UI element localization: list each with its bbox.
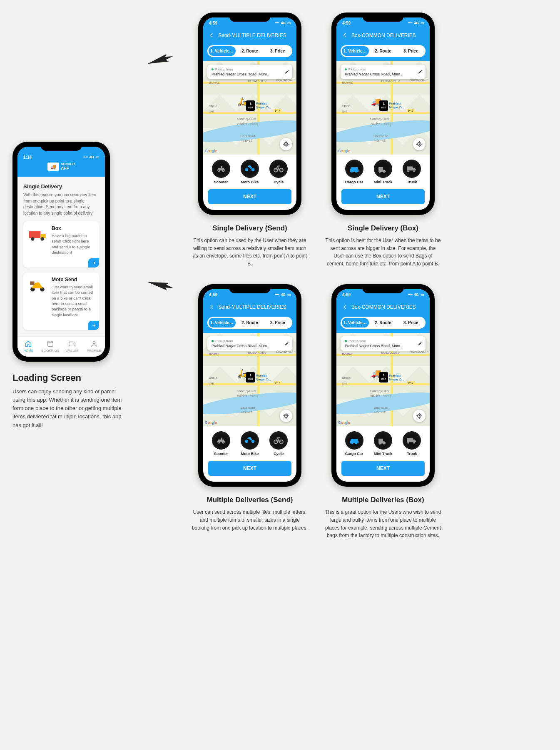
- vehicle-motobike[interactable]: Moto Bike: [241, 431, 259, 456]
- back-icon[interactable]: [341, 32, 347, 39]
- tab-price[interactable]: 3. Price: [264, 46, 291, 56]
- loading-content[interactable]: Single Delivery With this feature you ca…: [17, 177, 105, 336]
- section-title-single: Single Delivery: [23, 183, 99, 190]
- tab-price[interactable]: 3. Price: [397, 46, 424, 56]
- vehicle-truck[interactable]: Truck: [403, 431, 421, 456]
- caption-multi-send: Multiple Deliveries (Send) User can send…: [192, 496, 308, 532]
- map-label-sarkhej-g: સરખેજ -ઓકફ: [237, 122, 259, 126]
- card-moto-go[interactable]: [88, 321, 99, 330]
- home-indicator: [45, 358, 78, 360]
- section-desc-single: With this feature you can send any item …: [23, 192, 99, 216]
- edit-icon[interactable]: [285, 341, 289, 346]
- card-moto-title: Moto Send: [52, 277, 94, 282]
- back-icon[interactable]: [208, 304, 214, 311]
- caption-single-send: Single Delivery (Send) This option can b…: [192, 224, 308, 268]
- nav-profile[interactable]: PROFILE: [83, 337, 105, 357]
- card-moto[interactable]: Moto Send Just want to send small item t…: [23, 272, 99, 330]
- phone-multi-box: 4:59 ••••4G▭ Box-COMMON DELIVERIES 1. Ve…: [331, 284, 435, 487]
- vehicle-cargocar[interactable]: Cargo Car: [345, 160, 363, 184]
- caption-multi-box: Multiple Deliveries (Box) This is a grea…: [325, 496, 441, 539]
- nav-bookings[interactable]: BOOKINGS: [40, 337, 62, 357]
- map-pin[interactable]: 1min Prahlad Nagar Cr..: [246, 372, 274, 382]
- map[interactable]: BOPAL BODAKDEV NAVRANGP Shela ઘુમા Sarkh…: [203, 333, 296, 426]
- status-time: 1:14: [23, 155, 32, 160]
- next-button[interactable]: NEXT: [341, 189, 425, 204]
- vehicle-cycle[interactable]: Cycle: [269, 431, 288, 456]
- map-pin[interactable]: 1min Prahlad Nagar Cr..: [379, 372, 407, 382]
- edit-icon[interactable]: [418, 70, 422, 75]
- pickup-card[interactable]: Pickup from Prahlad Nagar Cross Road, Mu…: [341, 336, 426, 351]
- app-bar-title: Send-MULTIPLE DELIVERIES: [218, 32, 286, 38]
- card-box[interactable]: Box Have a big parcel to send! Click rig…: [23, 221, 99, 268]
- card-box-title: Box: [52, 225, 94, 231]
- edit-icon[interactable]: [418, 341, 422, 346]
- tab-price[interactable]: 3. Price: [397, 318, 424, 328]
- app-bar: Send-MULTIPLE DELIVERIES: [203, 28, 296, 42]
- vehicle-scooter[interactable]: Scooter: [212, 431, 230, 456]
- tab-route[interactable]: 2. Route: [370, 46, 397, 56]
- phone-single-send: 4:59 ••••4G▭ Send-MULTIPLE DELIVERIES 1.…: [198, 12, 301, 215]
- pickup-card[interactable]: Pickup from Prahlad Nagar Cross Road, Mu…: [207, 336, 292, 351]
- map-pin[interactable]: 1min Prahlad Nagar Cr..: [246, 100, 274, 110]
- locate-button[interactable]: [413, 138, 426, 150]
- tab-vehicle[interactable]: 1. Vehicle Ty..: [342, 318, 369, 328]
- vehicle-minitruck[interactable]: Mini Truck: [374, 160, 393, 184]
- back-icon[interactable]: [341, 304, 347, 311]
- locate-button[interactable]: [280, 410, 292, 422]
- nav-wallet[interactable]: WALLET: [61, 337, 83, 357]
- locate-button[interactable]: [413, 410, 426, 422]
- map-label-badrabad-g: બદરાબાદ: [241, 139, 252, 143]
- tab-price[interactable]: 3. Price: [264, 318, 291, 328]
- status-signal: 4G: [89, 155, 94, 159]
- map-label-badrabad: Badrabad: [241, 134, 255, 138]
- vehicle-motobike[interactable]: Moto Bike: [241, 160, 259, 184]
- map-label-bodakdev: BODAKDEV: [248, 79, 266, 83]
- vehicle-row: Scooter Moto Bike Cycle: [203, 155, 296, 187]
- map[interactable]: BOPAL BODAKDEV NAVRANGP Shela ઘુમા Sarkh…: [203, 61, 296, 155]
- app-bar-title: Box-COMMON DELIVERIES: [351, 32, 416, 38]
- vehicle-cargocar[interactable]: Cargo Car: [345, 431, 363, 456]
- arrow-icon: [144, 50, 176, 70]
- vehicle-scooter[interactable]: Scooter: [212, 160, 230, 184]
- app-bar-title: Send-MULTIPLE DELIVERIES: [218, 304, 286, 310]
- map-pin[interactable]: 1min Prahlad Nagar Cr..: [379, 100, 407, 110]
- pickup-card[interactable]: Pickup from Prahlad Nagar Cross Road, Mu…: [341, 65, 426, 79]
- tab-vehicle[interactable]: 1. Vehicle Ty..: [209, 46, 236, 56]
- map-label-sarkhej: Sarkhej-Okaf: [237, 117, 256, 121]
- tab-route[interactable]: 2. Route: [370, 318, 397, 328]
- app-bar-title: Box-COMMON DELIVERIES: [351, 304, 416, 310]
- step-tabs: 1. Vehicle Ty.. 2. Route 3. Price: [207, 45, 292, 57]
- vehicle-minitruck[interactable]: Mini Truck: [374, 431, 393, 456]
- back-icon[interactable]: [208, 32, 214, 39]
- map-label-shela: Shela: [209, 104, 217, 108]
- tab-vehicle[interactable]: 1. Vehicle Ty..: [209, 318, 236, 328]
- map-label-bopal: BOPAL: [209, 81, 219, 85]
- pickup-card[interactable]: Pickup from Prahlad Nagar Cross Road, Mu…: [207, 65, 292, 79]
- map[interactable]: BOPAL BODAKDEV NAVRANGP Shela ઘુમા Sarkh…: [336, 61, 430, 155]
- tab-route[interactable]: 2. Route: [236, 318, 264, 328]
- phone-single-box: 4:59 ••••4G▭ Box-COMMON DELIVERIES 1. Ve…: [331, 12, 435, 215]
- edit-icon[interactable]: [285, 70, 289, 75]
- brand-icon: 🚚: [47, 162, 59, 171]
- next-button[interactable]: NEXT: [341, 461, 425, 476]
- vehicle-truck[interactable]: Truck: [403, 160, 421, 184]
- arrow-icon: [144, 275, 176, 295]
- caption-loading: Loading Screen Users can enjoy sending a…: [12, 372, 129, 430]
- card-box-desc: Have a big parcel to send! Click right h…: [52, 233, 94, 255]
- caption-single-box: Single Delivery (Box) This option is bes…: [325, 224, 441, 268]
- locate-button[interactable]: [280, 138, 292, 150]
- map-label-road: 947: [274, 109, 281, 112]
- tab-route[interactable]: 2. Route: [236, 46, 264, 56]
- tab-vehicle[interactable]: 1. Vehicle Ty..: [342, 46, 369, 56]
- next-button[interactable]: NEXT: [208, 461, 291, 476]
- phone-notch: [40, 142, 82, 151]
- next-button[interactable]: NEXT: [208, 189, 291, 204]
- vehicle-cycle[interactable]: Cycle: [269, 160, 288, 184]
- moto-icon: [28, 277, 47, 296]
- map[interactable]: BOPAL BODAKDEV NAVRANGP Shela ઘુમા Sarkh…: [336, 333, 430, 426]
- map-label-ghuma: ઘુમા: [209, 110, 214, 114]
- card-box-go[interactable]: [88, 258, 99, 268]
- map-attribution: Google: [205, 149, 217, 153]
- card-moto-desc: Just want to send small item that can be…: [52, 284, 94, 318]
- nav-home[interactable]: HOME: [17, 337, 40, 357]
